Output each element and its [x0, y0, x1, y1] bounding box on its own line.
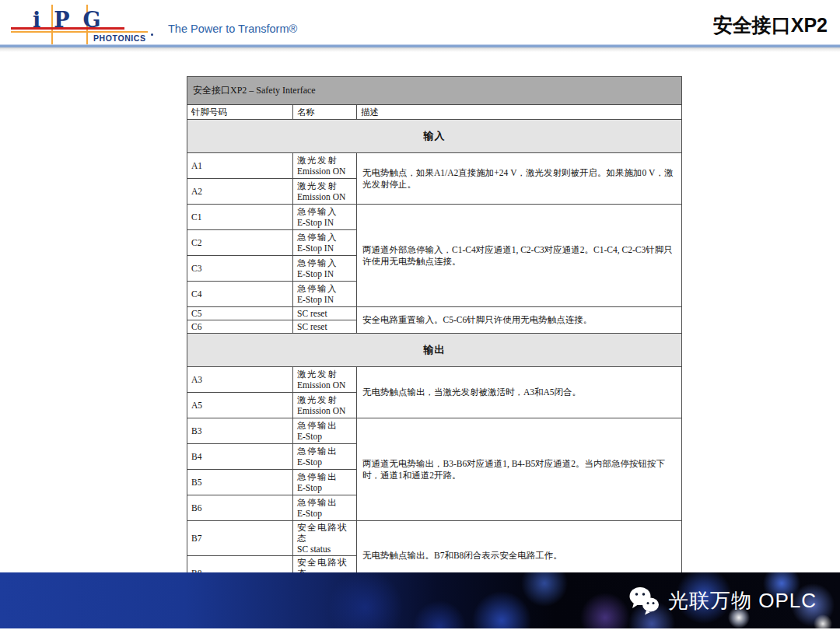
desc-cell: 安全电路重置输入。C5-C6针脚只许使用无电势触点连接。: [357, 307, 682, 334]
pin-cell: A3: [187, 367, 293, 393]
name-cn: 安全电路状态: [297, 522, 352, 544]
name-cell: 急停输入E-Stop IN: [293, 230, 357, 256]
footer-brand: 光联万物 OPLC: [628, 586, 817, 615]
pin-cell: C2: [187, 230, 293, 256]
name-en: Emission ON: [297, 166, 352, 177]
tagline: The Power to Transform®: [168, 23, 297, 35]
name-cn: 急停输出: [297, 497, 352, 508]
name-en: E-Stop IN: [297, 268, 352, 279]
name-cell: 急停输出E-Stop: [293, 495, 357, 521]
name-en: SC status: [297, 544, 352, 555]
pin-cell: B4: [187, 444, 293, 470]
footer-brand-label: 光联万物 OPLC: [668, 587, 817, 614]
name-cn: 急停输出: [297, 420, 352, 431]
name-cell: SC reset: [293, 307, 357, 320]
name-cell: 激光发射Emission ON: [293, 367, 357, 393]
table-row: B3急停输出E-Stop两通道无电势输出，B3-B6对应通道1, B4-B5对应…: [187, 418, 682, 444]
pin-cell: B6: [187, 495, 293, 521]
pin-cell: A1: [187, 153, 293, 179]
name-cell: 急停输出E-Stop: [293, 418, 357, 444]
logo-red-line: [11, 27, 124, 30]
name-cell: 激光发射Emission ON: [293, 179, 357, 205]
desc-cell: 两通道外部急停输入，C1-C4对应通道1, C2-C3对应通道2。C1-C4, …: [357, 205, 682, 307]
column-header: 描述: [357, 105, 682, 120]
name-cn: 急停输入: [297, 206, 352, 217]
wechat-icon: [628, 586, 660, 615]
name-en: E-Stop: [297, 457, 352, 467]
pin-cell: A2: [187, 179, 293, 205]
footer-banner: 光联万物 OPLC: [0, 572, 840, 628]
name-en: E-Stop: [297, 482, 352, 493]
safety-table: 安全接口XP2 – Safety Interface针脚号码名称描述输入A1激光…: [187, 76, 682, 591]
logo-photonics-text: PHOTONICS: [93, 33, 146, 43]
table-row: C5SC reset安全电路重置输入。C5-C6针脚只许使用无电势触点连接。: [187, 307, 682, 320]
name-en: E-Stop IN: [297, 294, 352, 305]
table-row: A3激光发射Emission ON无电势触点输出，当激光发射被激活时，A3和A5…: [187, 367, 682, 393]
table-row: B7安全电路状态SC status无电势触点输出。B7和B8闭合表示安全电路工作…: [187, 521, 682, 556]
section-label: 输出: [187, 334, 682, 367]
name-cn: 激光发射: [297, 394, 352, 405]
table-row: 输入: [187, 120, 682, 153]
slide: iPG PHOTONICS The Power to Transform® 安全…: [0, 0, 840, 630]
section-label: 输入: [187, 120, 682, 153]
pin-cell: B5: [187, 470, 293, 495]
name-cell: 急停输出E-Stop: [293, 444, 357, 470]
desc-cell: 无电势触点，如果A1/A2直接施加+24 V，激光发射则被开启。如果施加0 V，…: [357, 153, 682, 205]
name-en: Emission ON: [297, 380, 352, 390]
pin-cell: A5: [187, 393, 293, 418]
name-cn: 急停输入: [297, 283, 352, 294]
column-header: 名称: [293, 105, 357, 120]
name-cn: 激光发射: [297, 369, 352, 380]
name-cell: 急停输入E-Stop IN: [293, 282, 357, 307]
table-row: 输出: [187, 334, 682, 367]
name-cn: 激光发射: [297, 155, 352, 166]
name-cell: 急停输入E-Stop IN: [293, 256, 357, 282]
logo-registered-dot: [151, 33, 153, 36]
name-cell: 急停输入E-Stop IN: [293, 205, 357, 230]
name-cell: 急停输出E-Stop: [293, 470, 357, 495]
name-cell: SC reset: [293, 320, 357, 334]
name-cell: 安全电路状态SC status: [293, 521, 357, 556]
pin-cell: B7: [187, 521, 293, 556]
ipg-photonics-logo: iPG PHOTONICS: [11, 5, 170, 45]
pin-cell: C3: [187, 256, 293, 282]
name-en: E-Stop: [297, 431, 352, 442]
pin-cell: C4: [187, 282, 293, 307]
name-cell: 激光发射Emission ON: [293, 153, 357, 179]
name-en: E-Stop IN: [297, 243, 352, 254]
name-cn: 急停输出: [297, 471, 352, 482]
desc-cell: 两通道无电势输出，B3-B6对应通道1, B4-B5对应通道2。当内部急停按钮按…: [357, 418, 682, 521]
name-en: Emission ON: [297, 191, 352, 202]
page-title: 安全接口XP2: [713, 12, 828, 38]
name-cn: 急停输入: [297, 232, 352, 243]
desc-cell: 无电势触点输出，当激光发射被激活时，A3和A5闭合。: [357, 367, 682, 418]
pin-cell: B3: [187, 418, 293, 444]
name-cn: 急停输出: [297, 446, 352, 457]
column-header: 针脚号码: [187, 105, 293, 120]
table-row: 安全接口XP2 – Safety Interface: [187, 77, 682, 105]
pin-cell: C5: [187, 307, 293, 320]
table-row: A1激光发射Emission ON无电势触点，如果A1/A2直接施加+24 V，…: [187, 153, 682, 179]
name-en: E-Stop: [297, 508, 352, 519]
table-row: 针脚号码名称描述: [187, 105, 682, 120]
name-en: E-Stop IN: [297, 217, 352, 228]
name-cn: 急停输入: [297, 257, 352, 268]
header-divider: [0, 44, 840, 52]
name-en: Emission ON: [297, 405, 352, 416]
name-cn: 激光发射: [297, 180, 352, 191]
pin-cell: C1: [187, 205, 293, 230]
name-cell: 激光发射Emission ON: [293, 393, 357, 418]
table-row: C1急停输入E-Stop IN两通道外部急停输入，C1-C4对应通道1, C2-…: [187, 205, 682, 230]
table-title: 安全接口XP2 – Safety Interface: [187, 77, 682, 105]
logo-orange-line: [11, 31, 148, 33]
pin-cell: C6: [187, 320, 293, 334]
